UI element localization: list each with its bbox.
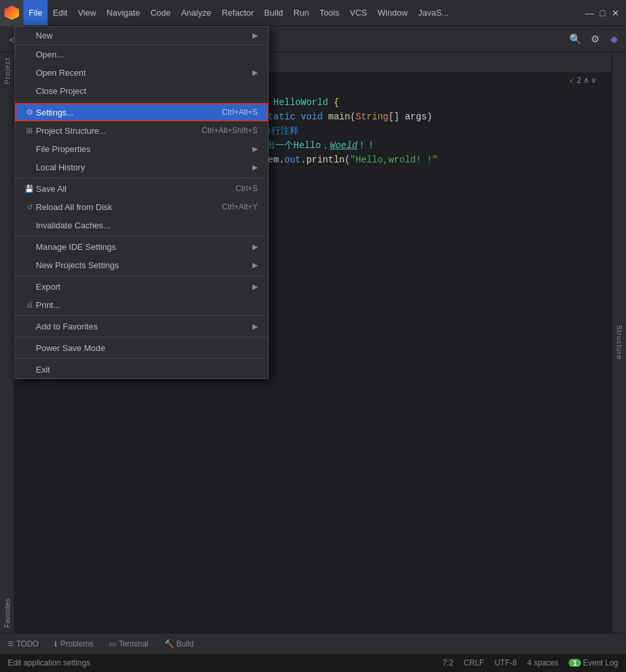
bottom-tab-todo[interactable]: ☰ TODO [5, 639, 41, 649]
status-line-ending[interactable]: CRLF [464, 658, 484, 667]
fold-up-icon[interactable]: ∧ [584, 76, 589, 85]
menu-item-print[interactable]: 🖨 Print... [15, 296, 268, 314]
event-log-badge: 1 [569, 659, 580, 667]
fold-down-icon[interactable]: ∨ [591, 76, 596, 85]
menu-item-power-save[interactable]: Power Save Mode [15, 339, 268, 357]
status-indent[interactable]: 4 spaces [527, 658, 558, 667]
menu-item-manage-ide[interactable]: Manage IDE Settings ▶ [15, 237, 268, 256]
menu-navigate[interactable]: Navigate [101, 0, 145, 25]
menu-item-close-project[interactable]: Close Project [15, 82, 268, 100]
menu-item-exit[interactable]: Exit [15, 360, 268, 378]
app-icon-graphic [5, 6, 19, 20]
right-outer-strip: Structure [612, 52, 626, 633]
settings-button[interactable]: ⚙ [586, 30, 604, 48]
terminal-label: Terminal [119, 639, 148, 649]
menu-edit[interactable]: Edit [48, 0, 72, 25]
problems-label: Problems [60, 639, 93, 649]
maximize-button[interactable]: □ [597, 8, 608, 18]
menu-item-new-projects[interactable]: New Projects Settings ▶ [15, 256, 268, 274]
separator-4 [15, 275, 268, 276]
menu-item-reload[interactable]: ↺ Reload All from Disk Ctrl+Alt+Y [15, 198, 268, 216]
save-icon: 💾 [23, 185, 36, 193]
event-log-item[interactable]: 1 Event Log [569, 658, 618, 667]
settings-icon: ⚙ [23, 108, 36, 117]
menu-item-settings[interactable]: ⚙ Settings... Ctrl+Alt+S [15, 103, 268, 121]
todo-label: TODO [16, 639, 38, 649]
gem-button[interactable]: ◆ [605, 30, 623, 48]
menu-item-export[interactable]: Export ▶ [15, 277, 268, 296]
menu-item-save-all[interactable]: 💾 Save All Ctrl+S [15, 179, 268, 198]
minimize-button[interactable]: — [584, 8, 595, 18]
status-right: 7:2 CRLF UTF-8 4 spaces 1 Event Log [442, 658, 618, 667]
fold-checkmark: ✓ [569, 76, 574, 85]
structure-tab-vertical[interactable]: Structure [613, 320, 626, 365]
menu-item-file-properties[interactable]: File Properties ▶ [15, 140, 268, 158]
menu-build[interactable]: Build [259, 0, 288, 25]
bottom-panel: ☰ TODO ℹ Problems ▭ Terminal 🔨 Build [0, 633, 626, 654]
status-message: Edit application settings [8, 658, 90, 667]
separator-5 [15, 315, 268, 316]
search-everywhere-button[interactable]: 🔍 [566, 30, 584, 48]
menu-view[interactable]: View [72, 0, 101, 25]
reload-icon: ↺ [23, 203, 36, 211]
title-bar: File Edit View Navigate Code Analyze Ref… [0, 0, 626, 26]
menu-bar: File Edit View Navigate Code Analyze Ref… [23, 0, 584, 25]
menu-code[interactable]: Code [145, 0, 176, 25]
separator-1 [15, 101, 268, 102]
menu-tools[interactable]: Tools [314, 0, 344, 25]
menu-refactor[interactable]: Refactor [216, 0, 259, 25]
print-icon: 🖨 [23, 301, 36, 309]
file-menu: New ▶ Open... Open Recent ▶ Close Projec… [14, 26, 269, 379]
status-left: Edit application settings [8, 658, 442, 667]
project-structure-icon: ⊞ [23, 126, 36, 135]
menu-file[interactable]: File [23, 0, 48, 25]
menu-item-open-recent[interactable]: Open Recent ▶ [15, 63, 268, 82]
bottom-tab-terminal[interactable]: ▭ Terminal [106, 639, 151, 649]
fold-count: 2 [576, 76, 581, 85]
menu-item-add-favorites[interactable]: Add to Favorites ▶ [15, 317, 268, 335]
bottom-tab-problems[interactable]: ℹ Problems [52, 639, 96, 649]
menu-run[interactable]: Run [288, 0, 314, 25]
left-outer-strip: Project Favorites [0, 52, 14, 633]
project-tab-vertical[interactable]: Project [1, 52, 14, 89]
status-position[interactable]: 7:2 [442, 658, 453, 667]
menu-item-open[interactable]: Open... [15, 45, 268, 63]
status-bar: Edit application settings 7:2 CRLF UTF-8… [0, 654, 626, 672]
menu-item-project-structure[interactable]: ⊞ Project Structure... Ctrl+Alt+Shift+S [15, 121, 268, 140]
close-button[interactable]: ✕ [610, 8, 621, 18]
status-encoding[interactable]: UTF-8 [494, 658, 516, 667]
menu-item-local-history[interactable]: Local History ▶ [15, 158, 268, 176]
menu-javas[interactable]: JavaS... [413, 0, 454, 25]
window-controls: — □ ✕ [584, 8, 626, 18]
toolbar-right: 🔍 ⚙ ◆ [566, 30, 623, 48]
separator-7 [15, 358, 268, 359]
app-icon [0, 0, 23, 26]
bottom-tab-build[interactable]: 🔨 Build [162, 639, 197, 649]
todo-icon: ☰ [8, 640, 14, 647]
menu-vcs[interactable]: VCS [344, 0, 372, 25]
menu-item-invalidate[interactable]: Invalidate Caches... [15, 216, 268, 234]
build-label: Build [177, 639, 194, 649]
menu-item-new[interactable]: New ▶ [15, 27, 268, 45]
menu-window[interactable]: Window [372, 0, 413, 25]
problems-icon: ℹ [54, 639, 57, 649]
separator-2 [15, 177, 268, 178]
terminal-icon: ▭ [109, 639, 116, 649]
menu-analyze[interactable]: Analyze [176, 0, 216, 25]
main-layout: Project Favorites .java ✕ ✓ 2 ∧ ∨ [0, 52, 626, 633]
build-icon: 🔨 [164, 639, 174, 649]
favorites-tab-vertical[interactable]: Favorites [1, 593, 14, 633]
fold-indicator: ✓ 2 ∧ ∨ [569, 76, 596, 85]
event-log-label: Event Log [583, 658, 618, 667]
separator-3 [15, 236, 268, 236]
separator-6 [15, 337, 268, 337]
